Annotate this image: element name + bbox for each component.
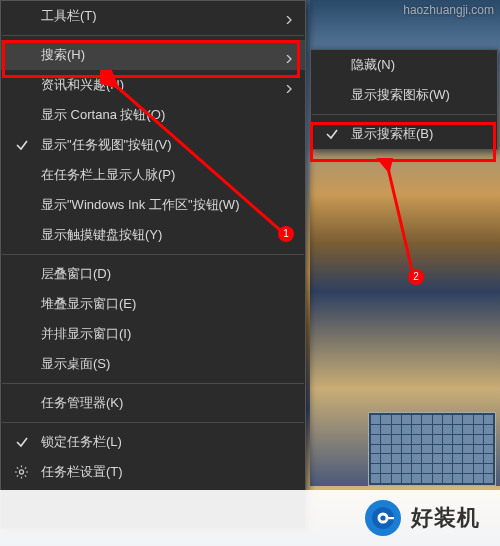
chevron-right-icon: [285, 51, 293, 59]
chevron-right-icon: [285, 12, 293, 20]
menu-label: 堆叠显示窗口(E): [41, 295, 136, 313]
menu-item-showdesktop[interactable]: 显示桌面(S): [1, 349, 305, 379]
chevron-right-icon: [285, 81, 293, 89]
annotation-badge-1: 1: [278, 226, 294, 242]
svg-point-0: [19, 470, 23, 474]
menu-label: 显示搜索框(B): [351, 125, 433, 143]
menu-item-toolbars[interactable]: 工具栏(T): [1, 1, 305, 31]
menu-item-cascade[interactable]: 层叠窗口(D): [1, 259, 305, 289]
menu-label: 并排显示窗口(I): [41, 325, 131, 343]
menu-label: 显示桌面(S): [41, 355, 110, 373]
watermark-text: haozhuangji.com: [403, 3, 494, 17]
menu-label: 在任务栏上显示人脉(P): [41, 166, 175, 184]
search-submenu: 隐藏(N) 显示搜索图标(W) 显示搜索框(B): [310, 49, 498, 150]
menu-label: 显示"Windows Ink 工作区"按钮(W): [41, 196, 239, 214]
check-icon: [15, 435, 29, 449]
check-icon: [325, 127, 339, 141]
menu-item-people[interactable]: 在任务栏上显示人脉(P): [1, 160, 305, 190]
menu-label: 显示 Cortana 按钮(O): [41, 106, 165, 124]
separator: [2, 35, 304, 36]
menu-item-ink[interactable]: 显示"Windows Ink 工作区"按钮(W): [1, 190, 305, 220]
menu-item-sidebyside[interactable]: 并排显示窗口(I): [1, 319, 305, 349]
menu-item-cortana[interactable]: 显示 Cortana 按钮(O): [1, 100, 305, 130]
brand-logo-text: 好装机: [411, 503, 480, 533]
check-icon: [15, 138, 29, 152]
brand-logo-icon: [365, 500, 401, 536]
menu-label: 任务管理器(K): [41, 394, 123, 412]
menu-item-stacked[interactable]: 堆叠显示窗口(E): [1, 289, 305, 319]
gear-icon: [14, 465, 29, 480]
menu-label: 搜索(H): [41, 46, 85, 64]
menu-label: 显示触摸键盘按钮(Y): [41, 226, 162, 244]
menu-label: 工具栏(T): [41, 7, 97, 25]
separator: [2, 254, 304, 255]
menu-item-news[interactable]: 资讯和兴趣(N): [1, 70, 305, 100]
menu-item-search[interactable]: 搜索(H): [1, 40, 305, 70]
svg-point-5: [380, 515, 385, 520]
separator: [2, 383, 304, 384]
menu-label: 锁定任务栏(L): [41, 433, 122, 451]
menu-item-taskmgr[interactable]: 任务管理器(K): [1, 388, 305, 418]
menu-label: 资讯和兴趣(N): [41, 76, 124, 94]
submenu-item-showicon[interactable]: 显示搜索图标(W): [311, 80, 497, 110]
menu-label: 显示"任务视图"按钮(V): [41, 136, 172, 154]
submenu-item-showbox[interactable]: 显示搜索框(B): [311, 119, 497, 149]
taskbar-preview-thumbnail[interactable]: [368, 412, 496, 486]
annotation-badge-2: 2: [408, 269, 424, 285]
submenu-item-hidden[interactable]: 隐藏(N): [311, 50, 497, 80]
menu-label: 任务栏设置(T): [41, 463, 123, 481]
menu-item-settings[interactable]: 任务栏设置(T): [1, 457, 305, 487]
svg-rect-6: [388, 517, 394, 519]
menu-label: 隐藏(N): [351, 56, 395, 74]
taskbar-context-menu: 工具栏(T) 搜索(H) 资讯和兴趣(N) 显示 Cortana 按钮(O) 显…: [0, 0, 306, 529]
menu-item-locktaskbar[interactable]: 锁定任务栏(L): [1, 427, 305, 457]
separator: [2, 422, 304, 423]
menu-item-taskview[interactable]: 显示"任务视图"按钮(V): [1, 130, 305, 160]
branding-bar: 好装机: [0, 490, 500, 546]
menu-label: 显示搜索图标(W): [351, 86, 450, 104]
menu-label: 层叠窗口(D): [41, 265, 111, 283]
separator: [312, 114, 496, 115]
menu-item-touchkb[interactable]: 显示触摸键盘按钮(Y): [1, 220, 305, 250]
